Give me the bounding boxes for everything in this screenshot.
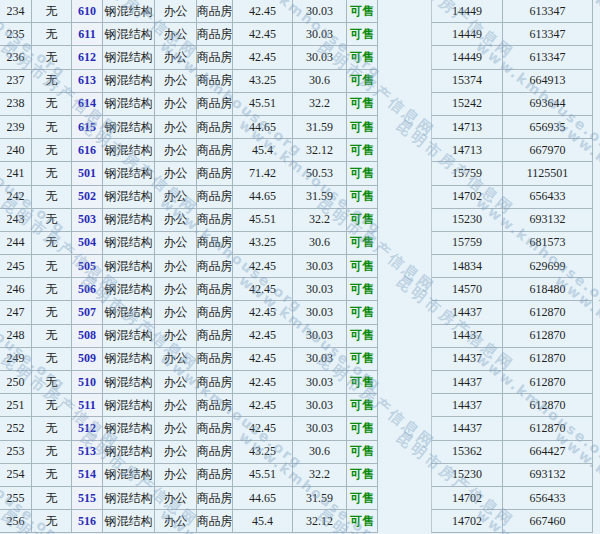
structure-cell: 钢混结构 <box>103 139 155 162</box>
room-number-link[interactable]: 514 <box>78 467 96 482</box>
total-price-cell-text: 656433 <box>530 189 566 204</box>
mortgage-cell-text: 无 <box>46 49 58 66</box>
build-area-cell: 42.45 <box>233 0 293 23</box>
inner-area-cell-text: 30.03 <box>306 421 333 436</box>
row-number-cell-text: 253 <box>7 444 25 459</box>
row-number-cell-text: 239 <box>7 120 25 135</box>
room-number-link[interactable]: 507 <box>78 305 96 320</box>
mortgage-cell-text: 无 <box>46 513 58 530</box>
inner-area-cell-text: 30.03 <box>306 328 333 343</box>
unit-price-cell-text: 14437 <box>452 328 482 343</box>
inner-area-cell: 32.2 <box>293 209 347 232</box>
room-number-link[interactable]: 504 <box>78 235 96 250</box>
structure-cell-text: 钢混结构 <box>105 443 153 460</box>
room-number-cell: 502 <box>72 186 103 209</box>
mortgage-cell-text: 无 <box>46 304 58 321</box>
mortgage-cell: 无 <box>32 464 72 487</box>
unit-price-cell-text: 14449 <box>452 50 482 65</box>
status-cell-text: 可售 <box>350 26 374 43</box>
total-price-cell-text: 664427 <box>530 444 566 459</box>
sale-type-cell-text: 商品房 <box>197 95 233 112</box>
build-area-cell-text: 45.4 <box>252 514 273 529</box>
usage-cell-text: 办公 <box>164 490 188 507</box>
room-number-link[interactable]: 516 <box>78 514 96 529</box>
structure-cell-text: 钢混结构 <box>105 49 153 66</box>
inner-area-cell: 30.03 <box>293 394 347 417</box>
room-number-link[interactable]: 616 <box>78 143 96 158</box>
table-row: 242无502钢混结构办公商品房44.6531.59可售14702656433 <box>0 186 600 209</box>
table-right-margin <box>593 232 600 255</box>
total-price-cell-text: 613347 <box>530 50 566 65</box>
unit-price-cell-text: 15362 <box>452 444 482 459</box>
inner-area-cell-text: 30.03 <box>306 50 333 65</box>
room-number-link[interactable]: 508 <box>78 328 96 343</box>
room-number-link[interactable]: 505 <box>78 259 96 274</box>
room-number-link[interactable]: 502 <box>78 189 96 204</box>
row-number-cell: 236 <box>0 46 32 69</box>
row-number-cell: 242 <box>0 186 32 209</box>
room-number-link[interactable]: 611 <box>78 27 95 42</box>
room-number-link[interactable]: 509 <box>78 351 96 366</box>
room-number-link[interactable]: 506 <box>78 282 96 297</box>
table-right-margin <box>593 93 600 116</box>
unit-price-cell-text: 14702 <box>452 189 482 204</box>
sale-type-cell-text: 商品房 <box>197 281 233 298</box>
status-cell: 可售 <box>347 487 378 510</box>
usage-cell: 办公 <box>155 487 197 510</box>
row-number-cell: 249 <box>0 348 32 371</box>
room-number-link[interactable]: 513 <box>78 444 96 459</box>
room-number-link[interactable]: 614 <box>78 96 96 111</box>
sale-type-cell-text: 商品房 <box>197 49 233 66</box>
sale-type-cell: 商品房 <box>197 348 233 371</box>
mortgage-cell-text: 无 <box>46 188 58 205</box>
mortgage-cell: 无 <box>32 371 72 394</box>
build-area-cell-text: 42.45 <box>249 282 276 297</box>
build-area-cell: 44.65 <box>233 186 293 209</box>
usage-cell-text: 办公 <box>164 304 188 321</box>
sale-type-cell: 商品房 <box>197 162 233 185</box>
row-number-cell: 256 <box>0 510 32 533</box>
mortgage-cell-text: 无 <box>46 165 58 182</box>
room-number-cell: 616 <box>72 139 103 162</box>
mortgage-cell-text: 无 <box>46 327 58 344</box>
room-number-cell: 611 <box>72 23 103 46</box>
mortgage-cell-text: 无 <box>46 119 58 136</box>
status-cell: 可售 <box>347 464 378 487</box>
unit-price-cell-text: 14713 <box>452 143 482 158</box>
room-number-link[interactable]: 612 <box>78 50 96 65</box>
structure-cell: 钢混结构 <box>103 278 155 301</box>
room-number-link[interactable]: 503 <box>78 212 96 227</box>
usage-cell: 办公 <box>155 0 197 23</box>
mortgage-cell: 无 <box>32 0 72 23</box>
mortgage-cell: 无 <box>32 510 72 533</box>
room-number-link[interactable]: 615 <box>78 120 96 135</box>
room-number-link[interactable]: 512 <box>78 421 96 436</box>
total-price-cell-text: 667460 <box>530 514 566 529</box>
mortgage-cell: 无 <box>32 116 72 139</box>
inner-area-cell: 30.03 <box>293 46 347 69</box>
sale-type-cell-text: 商品房 <box>197 258 233 275</box>
sale-type-cell-text: 商品房 <box>197 234 233 251</box>
usage-cell-text: 办公 <box>164 443 188 460</box>
room-number-link[interactable]: 610 <box>78 4 96 19</box>
room-number-link[interactable]: 501 <box>78 166 96 181</box>
spacer-cell <box>378 371 431 394</box>
unit-price-cell-text: 14437 <box>452 421 482 436</box>
table-row: 240无616钢混结构办公商品房45.432.12可售14713667970 <box>0 139 600 162</box>
usage-cell: 办公 <box>155 441 197 464</box>
structure-cell: 钢混结构 <box>103 93 155 116</box>
unit-price-cell-text: 14570 <box>452 282 482 297</box>
build-area-cell: 42.45 <box>233 46 293 69</box>
sale-type-cell-text: 商品房 <box>197 490 233 507</box>
room-number-link[interactable]: 515 <box>78 491 96 506</box>
room-number-link[interactable]: 510 <box>78 375 96 390</box>
row-number-cell: 246 <box>0 278 32 301</box>
status-cell: 可售 <box>347 232 378 255</box>
room-number-link[interactable]: 511 <box>78 398 95 413</box>
sale-type-cell-text: 商品房 <box>197 119 233 136</box>
sale-type-cell: 商品房 <box>197 394 233 417</box>
inner-area-cell-text: 32.2 <box>309 212 330 227</box>
room-number-cell: 509 <box>72 348 103 371</box>
room-number-link[interactable]: 613 <box>78 73 96 88</box>
inner-area-cell-text: 30.03 <box>306 27 333 42</box>
